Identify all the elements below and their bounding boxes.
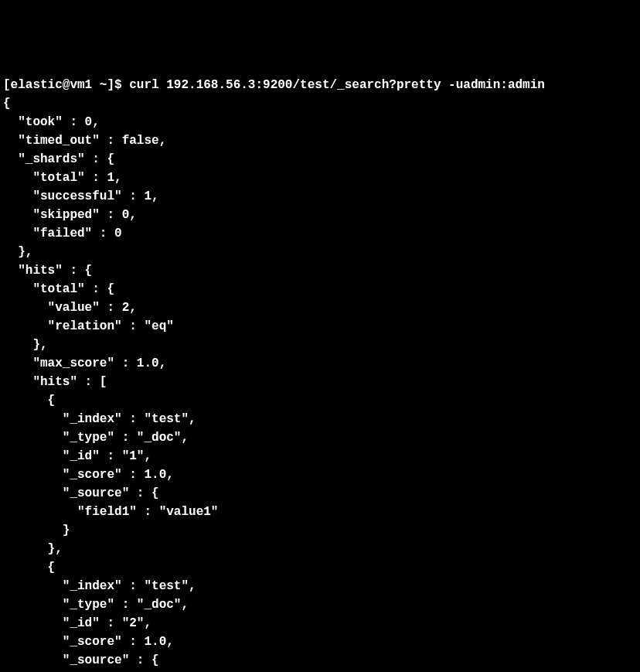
terminal-prompt-line[interactable]: [elastic@vm1 ~]$ curl 192.168.56.3:9200/…	[3, 76, 637, 94]
command-text: curl 192.168.56.3:9200/test/_search?pret…	[129, 76, 545, 94]
terminal-output: { "took" : 0, "timed_out" : false, "_sha…	[3, 94, 637, 672]
prompt-prefix: [elastic@vm1 ~]$	[3, 76, 129, 94]
